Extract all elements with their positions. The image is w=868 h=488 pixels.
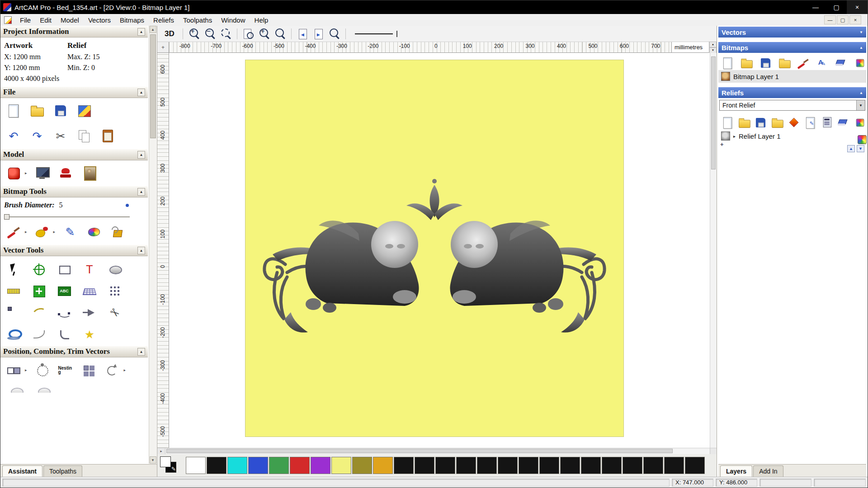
collapse-section-icon[interactable]: ▲ <box>137 28 145 36</box>
export-bitmap-icon[interactable] <box>777 56 788 67</box>
flyout-arrow-icon[interactable]: ▸ <box>25 171 27 175</box>
artboard[interactable] <box>245 60 623 436</box>
nesting-icon[interactable]: Nesting <box>57 361 74 379</box>
preview-model-icon[interactable] <box>33 164 51 182</box>
color-swatch[interactable] <box>228 457 247 474</box>
horizontal-scrollbar[interactable]: ▸ <box>157 448 717 454</box>
weld-vectors-icon[interactable] <box>8 383 25 393</box>
select-vectors-icon[interactable] <box>5 261 22 278</box>
save-relief-icon[interactable] <box>753 115 765 127</box>
color-swatch[interactable] <box>311 457 330 474</box>
color-swatch[interactable] <box>477 457 496 474</box>
scroll-up-icon[interactable]: ▲ <box>150 26 156 33</box>
zoom-in-icon[interactable]: + <box>188 27 201 40</box>
subtract-vectors-icon[interactable] <box>35 383 52 393</box>
color-swatch[interactable] <box>249 457 268 474</box>
circular-copy-icon[interactable] <box>33 361 51 379</box>
collapse-section-icon[interactable]: ▲ <box>137 188 145 196</box>
bitmap-layer-thumbnail[interactable] <box>721 72 730 81</box>
paste-along-curve-icon[interactable] <box>81 282 98 300</box>
color-swatch[interactable] <box>332 457 351 474</box>
relief-colours-icon[interactable] <box>853 115 864 127</box>
open-model-icon[interactable] <box>28 102 46 119</box>
menu-item[interactable]: Model <box>56 15 84 25</box>
color-swatch[interactable] <box>269 457 288 474</box>
free-curve-icon[interactable] <box>30 326 47 343</box>
tab-layers[interactable]: Layers <box>720 465 752 477</box>
delete-bitmap-icon[interactable] <box>834 56 845 67</box>
scrollbar-thumb[interactable] <box>166 449 673 453</box>
color-swatch[interactable] <box>644 457 663 474</box>
create-dot-icon[interactable] <box>5 304 22 321</box>
combo-dropdown-icon[interactable]: ▼ <box>856 100 865 110</box>
merge-bitmap-icon[interactable] <box>796 56 807 67</box>
block-copy-icon[interactable] <box>106 282 123 300</box>
flyout-arrow-icon[interactable]: ▸ <box>25 230 27 234</box>
color-swatch[interactable] <box>457 457 476 474</box>
relief-select[interactable]: Front Relief ▼ <box>719 100 865 111</box>
create-rectangle-icon[interactable] <box>56 261 73 278</box>
trim-vectors-icon[interactable]: ✂ <box>103 300 127 325</box>
tab-add-in[interactable]: Add In <box>753 465 783 477</box>
create-star-icon[interactable]: ★ <box>81 326 98 343</box>
document-icon[interactable] <box>4 16 12 24</box>
bitmap-layer-row[interactable]: Bitmap Layer 1 <box>718 70 866 83</box>
color-swatch[interactable] <box>581 457 600 474</box>
brush-diameter-slider[interactable] <box>4 211 130 217</box>
expand-section-icon[interactable]: ▼ <box>859 30 863 34</box>
color-swatch[interactable] <box>623 457 642 474</box>
close-button[interactable]: × <box>847 0 868 14</box>
minimize-button[interactable]: — <box>805 0 826 14</box>
zoom-out-icon[interactable]: − <box>203 27 217 40</box>
open-bitmap-icon[interactable] <box>739 56 751 67</box>
collapse-section-icon[interactable]: ▲ <box>137 247 145 254</box>
tab-assistant[interactable]: Assistant <box>2 465 42 477</box>
tab-toolpaths[interactable]: Toolpaths <box>43 465 82 477</box>
zoom-last-icon[interactable] <box>274 27 287 40</box>
rename-bitmap-icon[interactable]: A✎ <box>815 56 826 67</box>
next-view-icon[interactable]: ▸ <box>312 27 325 40</box>
transform-vectors-icon[interactable] <box>30 261 47 278</box>
rotate-copy-icon[interactable] <box>104 361 121 379</box>
save-model-icon[interactable] <box>52 102 69 119</box>
collapse-section-icon[interactable]: ▲ <box>859 91 863 95</box>
menu-item[interactable]: Edit <box>35 15 56 25</box>
menu-item[interactable]: Vectors <box>84 15 115 25</box>
mdi-close-button[interactable]: × <box>849 15 861 24</box>
menu-item[interactable]: Bitmaps <box>115 15 149 25</box>
vectors-panel-header[interactable]: Vectors ▼ <box>718 27 866 38</box>
save-bitmap-icon[interactable] <box>758 56 769 67</box>
align-vectors-icon[interactable] <box>5 361 22 379</box>
vertical-ruler[interactable]: 6005004003002001000-100-200-300-400-500 <box>157 53 169 448</box>
units-spin-down-icon[interactable]: ▼ <box>709 47 717 53</box>
collapse-section-icon[interactable]: ▲ <box>137 151 145 159</box>
canvas[interactable] <box>169 53 710 448</box>
color-swatch[interactable] <box>394 457 413 474</box>
color-swatch[interactable] <box>373 457 392 474</box>
color-swatch[interactable] <box>498 457 517 474</box>
mdi-minimize-button[interactable]: — <box>824 15 836 24</box>
scroll-down-icon[interactable]: ▼ <box>150 456 156 464</box>
line-thickness-handle[interactable] <box>396 31 397 37</box>
ruler-units[interactable]: millimetres ▲ ▼ <box>671 42 717 52</box>
collapse-section-icon[interactable]: ▲ <box>859 46 863 50</box>
calculate-relief-icon[interactable] <box>820 115 831 127</box>
delete-relief-icon[interactable] <box>836 115 848 127</box>
reliefs-panel-header[interactable]: Reliefs ▲ <box>718 87 866 98</box>
color-swatch[interactable] <box>602 457 621 474</box>
block-array-icon[interactable] <box>80 361 98 379</box>
create-arrow-icon[interactable] <box>81 304 98 321</box>
text-block-icon[interactable]: ABC <box>56 282 73 300</box>
move-layer-down-button[interactable]: ▼ <box>857 145 864 152</box>
menu-item[interactable]: Help <box>250 15 273 25</box>
color-swatch[interactable] <box>186 457 205 474</box>
menu-item[interactable]: Window <box>217 15 250 25</box>
cut-icon[interactable]: ✂ <box>52 127 69 145</box>
paste-icon[interactable] <box>99 127 116 145</box>
flood-fill-icon[interactable] <box>108 223 126 240</box>
relief-layer-colour-icon[interactable] <box>854 131 863 141</box>
menu-item[interactable]: File <box>15 15 35 25</box>
expand-layer-icon[interactable]: ▸ <box>733 134 736 139</box>
create-polyline-icon[interactable] <box>30 304 47 321</box>
flyout-arrow-icon[interactable]: ▸ <box>25 368 27 372</box>
